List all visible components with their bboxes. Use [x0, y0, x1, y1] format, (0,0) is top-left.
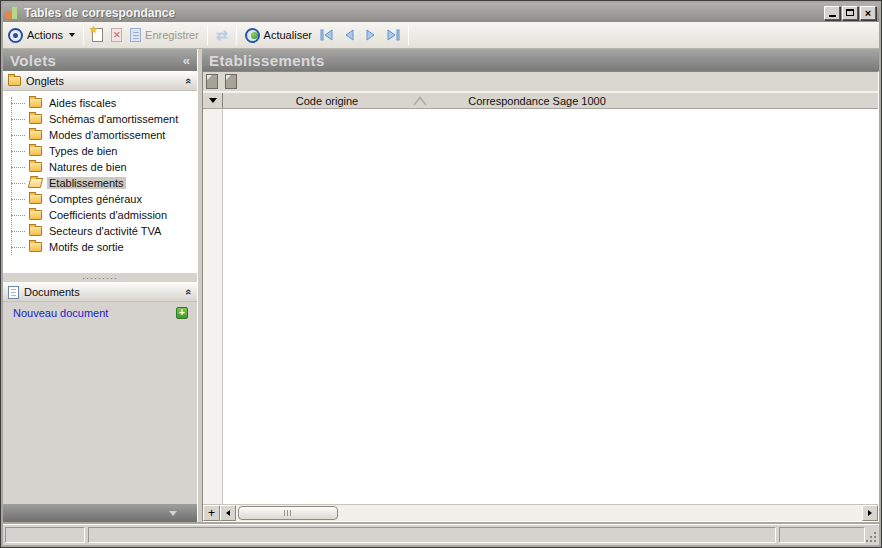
open-folder-icon	[28, 178, 43, 188]
add-document-button[interactable]: +	[176, 307, 188, 319]
sidebar-item-comptes-generaux[interactable]: Comptes généraux	[3, 191, 197, 207]
scrollbar-thumb[interactable]	[238, 506, 338, 520]
collapse-group-icon[interactable]: «	[183, 78, 195, 84]
delete-record-button[interactable]: ✕	[107, 26, 126, 44]
documents-title: Documents	[24, 286, 181, 298]
main-header: Etablissements	[202, 49, 879, 71]
close-icon: ×	[865, 8, 871, 18]
window-title: Tables de correspondance	[24, 6, 824, 20]
scrollbar-track[interactable]	[236, 505, 862, 521]
status-panel	[779, 527, 865, 543]
grid-body[interactable]	[203, 109, 878, 504]
arrow-right-icon	[868, 510, 872, 516]
refresh-button[interactable]: Actualiser	[241, 26, 316, 45]
status-panel	[88, 527, 776, 543]
actions-menu-button[interactable]: Actions	[23, 27, 79, 43]
horizontal-scrollbar[interactable]	[220, 505, 878, 521]
scroll-right-button[interactable]	[862, 505, 878, 521]
titlebar[interactable]: Tables de correspondance ×	[3, 3, 879, 22]
dropdown-icon	[209, 98, 217, 103]
folder-icon	[29, 162, 42, 172]
nav-first-icon	[320, 29, 334, 41]
folder-icon	[8, 76, 21, 86]
folder-icon	[29, 210, 42, 220]
delete-icon: ✕	[111, 28, 122, 42]
nav-next-button[interactable]	[360, 25, 382, 45]
volets-header: Volets «	[3, 49, 197, 71]
toolbar: Actions ★ ✕ Enregistrer ⇄ Actualiser	[3, 22, 879, 49]
sort-ascending-icon	[413, 96, 427, 105]
sidebar-item-secteurs-activite-tva[interactable]: Secteurs d'activité TVA	[3, 223, 197, 239]
refresh-label: Actualiser	[264, 29, 312, 41]
status-panel	[5, 527, 85, 543]
sidebar-filler	[3, 324, 197, 504]
nav-first-button[interactable]	[316, 25, 338, 45]
folder-icon	[29, 98, 42, 108]
app-icon	[6, 6, 19, 19]
folder-icon	[29, 194, 42, 204]
new-document-row: Nouveau document +	[3, 302, 197, 324]
sidebar-splitter[interactable]: ·········	[3, 273, 197, 282]
app-window: Tables de correspondance × Actions ★ ✕ E…	[0, 0, 882, 548]
add-row-button[interactable]: +	[203, 505, 220, 521]
sync-button[interactable]: ⇄	[212, 26, 232, 44]
nav-previous-icon	[343, 29, 355, 41]
sidebar-item-schemas-amortissement[interactable]: Schémas d'amortissement	[3, 111, 197, 127]
sidebar-volets: Volets « Onglets « Aides fiscales Schéma…	[3, 49, 198, 522]
folder-icon	[29, 114, 42, 124]
folder-icon	[29, 242, 42, 252]
folder-icon	[29, 130, 42, 140]
content-area: Volets « Onglets « Aides fiscales Schéma…	[3, 49, 879, 522]
resize-grip[interactable]	[864, 530, 876, 542]
sidebar-item-types-de-bien[interactable]: Types de bien	[3, 143, 197, 159]
maximize-icon	[846, 9, 854, 16]
column-header-correspondance-sage-1000[interactable]: Correspondance Sage 1000	[431, 93, 643, 108]
toolbar-separator	[207, 25, 208, 45]
minimize-button[interactable]	[824, 6, 840, 20]
grid-header-row: Code origine Correspondance Sage 1000	[203, 93, 878, 109]
chevron-down-icon	[69, 33, 75, 37]
maximize-button[interactable]	[842, 6, 858, 20]
column-header-code-origine[interactable]: Code origine	[223, 93, 431, 108]
sync-icon: ⇄	[216, 28, 228, 42]
sidebar-bottom-bar[interactable]	[3, 504, 197, 522]
nav-next-icon	[365, 29, 377, 41]
collapse-sidebar-icon[interactable]: «	[183, 53, 190, 68]
sidebar-item-coefficients-admission[interactable]: Coefficients d'admission	[3, 207, 197, 223]
sidebar-item-motifs-de-sortie[interactable]: Motifs de sortie	[3, 239, 197, 255]
documents-group-header[interactable]: Documents «	[3, 282, 197, 302]
status-bar	[3, 524, 879, 545]
actions-label: Actions	[27, 29, 63, 41]
nav-last-button[interactable]	[382, 25, 404, 45]
new-record-button[interactable]: ★	[88, 26, 107, 44]
sidebar-item-natures-de-bien[interactable]: Natures de bien	[3, 159, 197, 175]
toolbar-separator	[408, 25, 409, 45]
nav-previous-button[interactable]	[338, 25, 360, 45]
document-icon	[8, 286, 19, 299]
collapse-group-icon[interactable]: «	[183, 289, 195, 295]
sidebar-item-modes-amortissement[interactable]: Modes d'amortissement	[3, 127, 197, 143]
save-button[interactable]: Enregistrer	[126, 26, 203, 44]
new-document-icon: ★	[92, 28, 103, 42]
sidebar-item-etablissements[interactable]: Etablissements	[3, 175, 197, 191]
column-label: Code origine	[296, 95, 358, 107]
sidebar-item-aides-fiscales[interactable]: Aides fiscales	[3, 95, 197, 111]
save-icon	[130, 28, 141, 42]
nav-last-icon	[386, 29, 400, 41]
folder-icon	[29, 226, 42, 236]
correspondence-grid: Code origine Correspondance Sage 1000 +	[202, 71, 879, 522]
onglets-group-header[interactable]: Onglets «	[3, 71, 197, 91]
column-label: Correspondance Sage 1000	[468, 95, 606, 107]
new-document-link[interactable]: Nouveau document	[13, 307, 176, 319]
row-selector-column	[203, 109, 223, 504]
pin-view-icon[interactable]	[225, 74, 237, 89]
scroll-left-button[interactable]	[220, 505, 236, 521]
grid-toolbar	[203, 72, 878, 93]
save-label: Enregistrer	[145, 29, 199, 41]
grid-scroll-row: +	[203, 504, 878, 521]
toolbar-separator	[236, 25, 237, 45]
close-button[interactable]: ×	[860, 6, 876, 20]
minimize-icon	[829, 15, 836, 17]
row-selector-header[interactable]	[203, 93, 223, 108]
card-view-icon[interactable]	[206, 74, 218, 89]
